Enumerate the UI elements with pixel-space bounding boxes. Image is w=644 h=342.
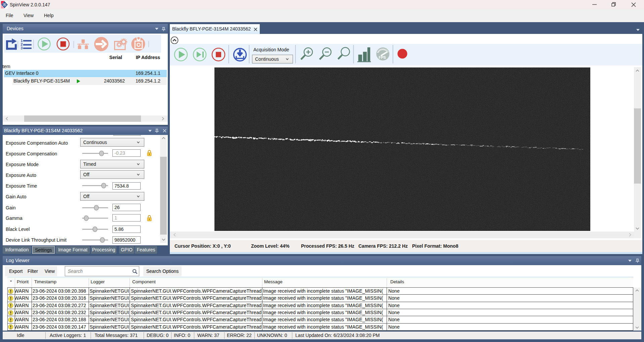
svg-text:1: 1 xyxy=(21,39,23,43)
svg-text:FPS: FPS xyxy=(379,55,386,59)
svg-text:2: 2 xyxy=(21,42,23,46)
svg-text:3: 3 xyxy=(21,46,23,50)
